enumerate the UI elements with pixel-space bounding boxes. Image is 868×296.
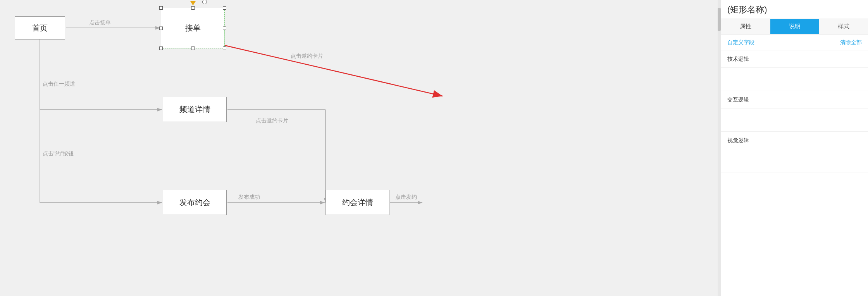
arrow-label-fasong: 点击发约 (395, 194, 417, 201)
panel-title: (矩形名称) (721, 0, 868, 19)
node-yuehui-label: 约会详情 (342, 197, 373, 208)
handle-bl[interactable] (159, 46, 163, 50)
section-content-visual[interactable] (721, 149, 868, 172)
canvas-scroll-thumb[interactable] (718, 8, 721, 31)
tab-attrs[interactable]: 属性 (721, 19, 770, 34)
custom-fields-row: 自定义字段 清除全部 (721, 34, 868, 50)
triangle-handle[interactable] (190, 1, 196, 5)
section-label-interact: 交互逻辑 (721, 91, 868, 108)
arrow-label-invite2: 点击邀约卡片 (256, 117, 288, 124)
handle-bc[interactable] (191, 46, 195, 50)
section-content-interact[interactable] (721, 108, 868, 132)
tab-style[interactable]: 样式 (819, 19, 868, 34)
handle-tl[interactable] (159, 6, 163, 10)
clear-all-link[interactable]: 清除全部 (840, 39, 862, 46)
node-jiedan-label: 接单 (185, 23, 201, 33)
diagram-canvas[interactable]: 首页 接单 频道详情 发布约会 约会详情 点击接单 点击邀约卡片 点击任一频道 … (0, 0, 721, 296)
handle-br[interactable] (223, 46, 226, 50)
handle-tc[interactable] (191, 6, 195, 10)
node-yuehui[interactable]: 约会详情 (326, 190, 389, 215)
node-jiedan[interactable]: 接单 (161, 8, 225, 48)
arrow-label-yue: 点击"约"按钮 (43, 150, 74, 157)
circle-handle[interactable] (202, 0, 207, 4)
section-label-tech: 技术逻辑 (721, 50, 868, 68)
svg-line-3 (224, 45, 443, 96)
arrows-layer (0, 0, 721, 296)
arrow-label-channel: 点击任一频道 (43, 81, 75, 88)
right-panel: (矩形名称) 属性 说明 样式 自定义字段 清除全部 技术逻辑 交互逻辑 视觉逻… (721, 0, 868, 296)
node-homepage[interactable]: 首页 (15, 16, 65, 40)
node-pindao[interactable]: 频道详情 (163, 97, 227, 122)
tab-desc[interactable]: 说明 (770, 19, 820, 34)
handle-tr[interactable] (223, 6, 226, 10)
handle-ml[interactable] (159, 26, 163, 30)
section-label-visual: 视觉逻辑 (721, 132, 868, 149)
canvas-scrollbar[interactable] (718, 0, 721, 296)
node-pindao-label: 频道详情 (179, 104, 210, 115)
panel-tabs: 属性 说明 样式 (721, 19, 868, 34)
node-homepage-label: 首页 (32, 23, 48, 33)
node-fabu-label: 发布约会 (179, 197, 210, 208)
arrow-label-publish: 发布成功 (238, 194, 260, 201)
section-content-tech[interactable] (721, 68, 868, 91)
panel-body: 自定义字段 清除全部 技术逻辑 交互逻辑 视觉逻辑 (721, 34, 868, 296)
handle-mr[interactable] (223, 26, 226, 30)
arrow-label-jiedan: 点击接单 (89, 19, 111, 26)
custom-fields-link[interactable]: 自定义字段 (727, 39, 754, 46)
node-fabu[interactable]: 发布约会 (163, 190, 227, 215)
arrow-label-invite1: 点击邀约卡片 (291, 53, 323, 60)
